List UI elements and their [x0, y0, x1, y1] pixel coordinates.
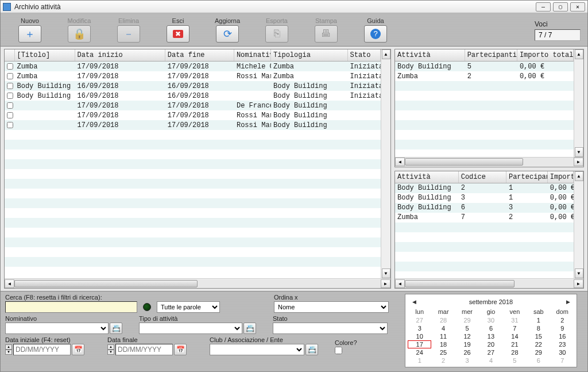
cal-day[interactable]: 4	[431, 324, 455, 332]
col-codice[interactable]: Codice	[459, 171, 506, 183]
col-tipologia[interactable]: Tipologia	[271, 49, 347, 61]
col-data-fine[interactable]: Data fine	[165, 49, 234, 61]
cal-day[interactable]: 3	[455, 356, 479, 365]
cal-day[interactable]: 23	[551, 340, 574, 348]
search-input[interactable]	[5, 301, 137, 313]
table-row[interactable]: 17/09/2018 17/09/2018 Rossi Mari Body Bu…	[5, 110, 381, 120]
nuovo-button[interactable]: ＋	[18, 25, 41, 43]
nominativo-lookup-button[interactable]: 📇	[110, 323, 122, 334]
cal-day[interactable]: 19	[455, 340, 479, 348]
table-row[interactable]: 17/09/2018 17/09/2018 Rossi Mari Body Bu…	[5, 120, 381, 130]
guida-button[interactable]: ?	[364, 25, 387, 43]
scroll-right-icon[interactable]: ▶	[381, 279, 390, 288]
cal-day[interactable]: 5	[455, 324, 479, 332]
row-checkbox[interactable]	[7, 102, 13, 109]
scroll-left-icon[interactable]: ◀	[5, 279, 14, 288]
col-attivita[interactable]: Attività	[395, 49, 465, 61]
cal-day[interactable]: 20	[479, 340, 502, 348]
cal-day[interactable]: 7	[551, 356, 574, 365]
elimina-button[interactable]: －	[117, 25, 140, 43]
cal-day[interactable]: 9	[551, 324, 574, 332]
cal-day[interactable]: 30	[479, 316, 502, 324]
cal-day[interactable]: 7	[503, 324, 527, 332]
col-data-inizio[interactable]: Data inizio	[75, 49, 165, 61]
datafin-calendar-button[interactable]: 📅	[174, 344, 187, 355]
stato-select[interactable]	[273, 323, 388, 334]
scroll-down-icon[interactable]: ▼	[382, 269, 390, 278]
nominativo-select[interactable]	[5, 323, 109, 334]
detail-hscroll[interactable]: ◀▶	[395, 278, 583, 288]
col-stato[interactable]: Stato	[348, 49, 381, 61]
cal-day[interactable]: 22	[527, 340, 550, 348]
dataini-spinner[interactable]: ▲▼	[5, 344, 12, 355]
tipoattivita-lookup-button[interactable]: 📇	[243, 323, 256, 334]
close-button[interactable]: ✕	[570, 2, 585, 11]
datafin-input[interactable]	[115, 344, 173, 355]
table-row[interactable]: Zumba20,00 €	[395, 71, 574, 81]
cal-day[interactable]: 21	[503, 340, 527, 348]
cal-next-button[interactable]: ▶	[564, 298, 572, 306]
minimize-button[interactable]: —	[536, 2, 551, 11]
cal-day[interactable]: 27	[408, 316, 431, 324]
cal-day[interactable]: 6	[479, 324, 502, 332]
cal-day[interactable]: 17	[408, 340, 431, 348]
detail-grid-body[interactable]: Body Building210,00 €Body Building310,00…	[395, 183, 574, 279]
modifica-button[interactable]: 🔒	[68, 25, 91, 43]
esporta-button[interactable]: ⎘	[265, 25, 288, 43]
colore-checkbox[interactable]	[335, 347, 342, 354]
scroll-up-icon[interactable]: ▲	[382, 49, 390, 59]
cal-day[interactable]: 29	[527, 348, 550, 356]
dataini-calendar-button[interactable]: 📅	[72, 344, 84, 355]
tipoattivita-select[interactable]	[139, 323, 242, 334]
cal-day[interactable]: 24	[408, 348, 431, 356]
cal-day[interactable]: 14	[503, 332, 527, 340]
cal-day[interactable]: 13	[479, 332, 502, 340]
summary-grid-body[interactable]: Body Building50,00 €Zumba20,00 €	[395, 62, 574, 157]
cal-day[interactable]: 4	[479, 356, 502, 365]
detail-vscroll[interactable]: ▲▼	[574, 171, 583, 279]
table-row[interactable]: Zumba720,00 €	[395, 213, 574, 223]
parole-select[interactable]: Tutte le parole	[157, 301, 220, 313]
cal-day[interactable]: 25	[431, 348, 455, 356]
table-row[interactable]: Body Building 16/09/2018 16/09/2018 Body…	[5, 91, 381, 101]
col-nominativo[interactable]: Nominativo	[234, 49, 271, 61]
col-attivita2[interactable]: Attività	[395, 171, 459, 183]
cal-day[interactable]: 2	[551, 316, 574, 324]
row-checkbox[interactable]	[7, 122, 13, 128]
datafin-spinner[interactable]: ▲▼	[107, 344, 114, 355]
row-checkbox[interactable]	[7, 83, 13, 89]
main-grid-body[interactable]: Zumba 17/09/2018 17/09/2018 Michele Ce Z…	[5, 62, 381, 278]
club-lookup-button[interactable]: 📇	[305, 344, 318, 355]
cal-day[interactable]: 26	[455, 348, 479, 356]
cal-day[interactable]: 28	[431, 316, 455, 324]
table-row[interactable]: Body Building 16/09/2018 16/09/2018 Body…	[5, 81, 381, 91]
table-row[interactable]: Body Building310,00 €	[395, 193, 574, 203]
cal-day[interactable]: 12	[455, 332, 479, 340]
col-partecipanti[interactable]: Partecipanti	[465, 49, 517, 61]
cal-day[interactable]: 5	[503, 356, 527, 365]
cal-day[interactable]: 30	[551, 348, 574, 356]
cal-day[interactable]: 28	[503, 348, 527, 356]
cal-day[interactable]: 11	[431, 332, 455, 340]
ordina-select[interactable]: Nome	[274, 301, 389, 313]
table-row[interactable]: Body Building630,00 €	[395, 203, 574, 213]
table-row[interactable]: 17/09/2018 17/09/2018 De Frances Body Bu…	[5, 101, 381, 110]
cal-day[interactable]: 16	[551, 332, 574, 340]
maximize-button[interactable]: ▢	[553, 2, 568, 11]
row-checkbox[interactable]	[7, 112, 13, 118]
col-titolo[interactable]: [Titolo]	[15, 49, 75, 61]
dataini-input[interactable]	[13, 344, 71, 355]
cal-day[interactable]: 1	[527, 316, 550, 324]
col-partecipanti2[interactable]: Partecipanti	[506, 171, 548, 183]
cal-day[interactable]: 8	[527, 324, 550, 332]
table-row[interactable]: Zumba 17/09/2018 17/09/2018 Michele Ce Z…	[5, 62, 381, 71]
main-grid-vscroll[interactable]: ▲ ▼	[381, 49, 390, 278]
cal-day[interactable]: 6	[527, 356, 550, 365]
esci-button[interactable]: ✖	[167, 25, 189, 43]
table-row[interactable]: Body Building210,00 €	[395, 183, 574, 193]
cal-day[interactable]: 31	[503, 316, 527, 324]
club-select[interactable]	[210, 344, 304, 355]
row-checkbox[interactable]	[7, 93, 13, 99]
cal-day[interactable]: 3	[408, 324, 431, 332]
summary-hscroll[interactable]: ◀▶	[395, 157, 583, 167]
